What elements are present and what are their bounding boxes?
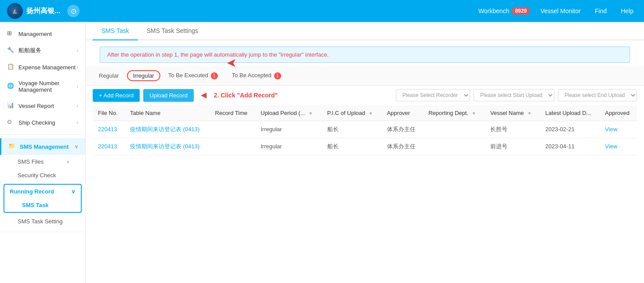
cell-file-no[interactable]: 220413 (93, 138, 125, 155)
tab-sms-task[interactable]: SMS Task (93, 22, 138, 40)
sidebar-item-voyage[interactable]: 🌐 Voyage Number Management › (0, 75, 85, 97)
sidebar-ship-checking-label: Ship Checking (18, 119, 55, 126)
vessel-monitor-nav[interactable]: Vessel Monitor (537, 6, 584, 16)
workbench-label: Workbench (478, 7, 510, 14)
voyage-icon: 🌐 (7, 82, 15, 90)
sidebar-sub-sms-files[interactable]: SMS Files › (0, 155, 85, 168)
table-row: 220413 疫情期间来访登记表 (0413) Irregular 船长 体系办… (93, 138, 637, 155)
tab-sms-task-settings[interactable]: SMS Task Settings (138, 22, 207, 40)
col-record-time: Record Time (210, 105, 256, 121)
sidebar-item-sms-management[interactable]: 📁 SMS Management ∨ (0, 138, 85, 155)
sidebar-sub-sms-task[interactable]: SMS Task (4, 198, 81, 212)
ship-checking-icon: ⊙ (7, 118, 15, 126)
start-upload-select[interactable]: Please select Start Upload (474, 89, 554, 101)
workbench-badge: 8929 (512, 7, 530, 14)
click-label: 2. Click "Add Record" (214, 92, 278, 99)
running-record-label: Running Record (10, 188, 54, 195)
cell-record-time (210, 121, 256, 138)
cell-table-name: 疫情期间来访登记表 (0413) (125, 121, 210, 138)
sidebar-item-vessel-report[interactable]: 📊 Vessel Report › (0, 97, 85, 114)
col-vessel-name: Vessel Name ▼ (485, 105, 540, 121)
sub-tab-irregular[interactable]: Irregular (127, 70, 160, 81)
vessel-report-icon: 📊 (7, 102, 15, 110)
sidebar-sms-management-label: SMS Management (20, 143, 69, 150)
left-arrow-icon: ◄ (199, 90, 209, 101)
cell-reporting-dept (423, 121, 485, 138)
cell-vessel-name: 前进号 (485, 138, 540, 155)
sub-tab-to-be-accepted[interactable]: To Be Accepted 1 (226, 70, 287, 82)
sidebar-item-expense[interactable]: 📋 Expense Management › (0, 59, 85, 75)
sidebar-ship-service-label: 船舶服务 (18, 47, 41, 54)
chevron-right-icon: › (76, 48, 78, 53)
col-approved: Approved (600, 105, 637, 121)
chevron-down-icon: ∨ (75, 144, 78, 150)
management-icon: ⊞ (7, 30, 15, 38)
sidebar-sub-security-check[interactable]: Security Check (0, 168, 85, 182)
col-reporting-dept: Reporting Dept. ▼ (423, 105, 485, 121)
sidebar-vessel-report-label: Vessel Report (18, 103, 54, 109)
annotation-banner: After the operation in step 1, the page … (100, 47, 630, 63)
upload-record-button[interactable]: Upload Record (143, 89, 194, 102)
col-latest-upload: Latest Upload D... (540, 105, 600, 121)
main-tab-bar: SMS Task SMS Task Settings (86, 22, 644, 40)
running-record-header[interactable]: Running Record ∨ (4, 185, 81, 198)
cell-file-no[interactable]: 220413 (93, 121, 125, 138)
chevron-right-icon2: › (76, 64, 78, 70)
table-row: 220413 疫情期间来访登记表 (0413) Irregular 船长 体系办… (93, 121, 637, 138)
cell-pic-upload: 船长 (322, 121, 382, 138)
find-nav[interactable]: Find (591, 6, 610, 16)
chevron-right-icon4: › (76, 103, 78, 108)
sub-tab-bar: Regular Irregular To Be Executed 1 To Be… (86, 66, 644, 86)
workbench-nav[interactable]: Workbench 8929 (478, 7, 530, 14)
back-button[interactable]: ⊙ (67, 5, 80, 17)
chevron-right-icon3: › (76, 84, 78, 89)
sub-tab-to-be-executed[interactable]: To Be Executed 1 (162, 70, 224, 82)
sidebar-voyage-label: Voyage Number Management (18, 80, 59, 93)
cell-record-time (210, 138, 256, 155)
to-be-accepted-badge: 1 (274, 72, 281, 79)
logo-icon: ⛵ (7, 3, 23, 19)
sms-task-setting-label: SMS Task Setting (18, 218, 62, 225)
col-pic-upload: P.I.C of Upload ▼ (322, 105, 382, 121)
cell-reporting-dept (423, 138, 485, 155)
action-bar: + Add Record Upload Record ◄ 2. Click "A… (86, 86, 644, 105)
app-title: 扬州高银... (26, 7, 60, 16)
sub-tab-regular[interactable]: Regular (93, 70, 125, 81)
help-nav[interactable]: Help (617, 6, 637, 16)
to-be-executed-badge: 1 (211, 72, 218, 79)
chevron-right-icon5: › (76, 120, 78, 125)
sidebar-item-ship-service[interactable]: 🔧 船舶服务 › (0, 42, 85, 59)
expense-icon: 📋 (7, 63, 15, 71)
cell-vessel-name: 长胜号 (485, 121, 540, 138)
end-upload-select[interactable]: Please select End Upload (558, 89, 637, 101)
ship-service-icon: 🔧 (7, 47, 15, 54)
col-file-no: File No. (93, 105, 125, 121)
cell-upload-period: Irregular (255, 121, 322, 138)
click-annotation: ◄ 2. Click "Add Record" (199, 90, 278, 101)
app-logo[interactable]: ⛵ 扬州高银... (7, 3, 60, 19)
cell-approved[interactable]: View (600, 121, 637, 138)
sidebar-sub-sms-task-setting[interactable]: SMS Task Setting (0, 215, 85, 228)
running-record-chevron: ∨ (71, 188, 76, 195)
table-header-row: File No. Table Name Record Time Upload P… (93, 105, 637, 121)
security-check-label: Security Check (18, 172, 56, 179)
annotation-text: After the operation in step 1, the page … (107, 51, 329, 58)
data-table-container: File No. Table Name Record Time Upload P… (86, 105, 644, 283)
cell-approver: 体系办主任 (382, 138, 423, 155)
cell-approved[interactable]: View (600, 138, 637, 155)
main-content: SMS Task SMS Task Settings ➤ After the o… (86, 22, 644, 283)
cell-latest-upload: 2023-02-21 (540, 121, 600, 138)
sms-task-label: SMS Task (22, 202, 48, 208)
top-navigation: ⛵ 扬州高银... ⊙ Workbench 8929 Vessel Monito… (0, 0, 644, 22)
sidebar-management-label: Management (18, 31, 52, 37)
running-record-box: Running Record ∨ SMS Task (4, 184, 82, 213)
cell-table-name: 疫情期间来访登记表 (0413) (125, 138, 210, 155)
sidebar-item-ship-checking[interactable]: ⊙ Ship Checking › (0, 114, 85, 131)
sms-files-label: SMS Files (18, 158, 43, 165)
add-record-button[interactable]: + Add Record (93, 89, 140, 102)
col-upload-period: Upload Period (... ▼ (255, 105, 322, 121)
chevron-right-icon6: › (67, 158, 69, 165)
cell-approver: 体系办主任 (382, 121, 423, 138)
data-table: File No. Table Name Record Time Upload P… (93, 105, 637, 155)
recorder-select[interactable]: Please Select Recorder (396, 89, 470, 101)
